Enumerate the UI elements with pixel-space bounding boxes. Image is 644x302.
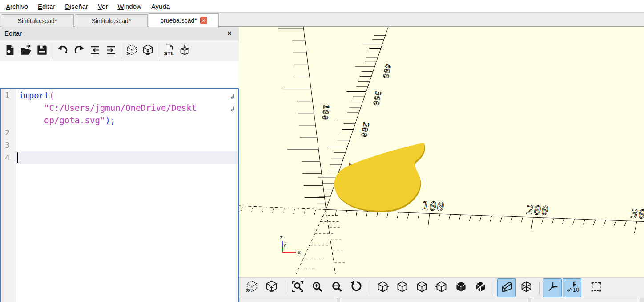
view-back-icon xyxy=(474,280,487,295)
menu-disear[interactable]: Diseñar xyxy=(60,1,93,12)
triad-y-label: y xyxy=(283,242,286,247)
tab-label: Sintitulo.scad* xyxy=(18,17,57,24)
x-axis-label: 100 xyxy=(420,199,446,214)
code-line: op/gota.svg"); xyxy=(16,114,238,127)
toolbar-separator xyxy=(52,43,52,59)
open-folder-icon xyxy=(20,44,32,58)
menu-archivo[interactable]: Archivo xyxy=(1,1,33,12)
undo-icon xyxy=(57,44,69,58)
render-cube-icon xyxy=(265,280,278,295)
y-axis-label: 100 xyxy=(320,104,331,122)
tab-label: Sintitulo.scad* xyxy=(92,17,131,24)
view-right-icon xyxy=(376,280,389,295)
open-file-button[interactable] xyxy=(18,42,34,59)
line-wrap-icon: ↲ xyxy=(229,103,235,115)
view-top-button[interactable] xyxy=(393,278,411,297)
preview-cube-icon: » xyxy=(246,280,258,295)
zoom-in-button[interactable] xyxy=(308,278,326,297)
editor-panel-close-button[interactable]: × xyxy=(225,29,234,38)
view-bottom-icon xyxy=(415,280,428,295)
render-cube-icon xyxy=(142,44,154,58)
menu-editar[interactable]: Editar xyxy=(33,1,60,12)
menu-ayuda[interactable]: Ayuda xyxy=(146,1,175,12)
tab-2-sintituloscad[interactable]: Sintitulo.scad* xyxy=(75,14,148,27)
redo-button[interactable] xyxy=(71,42,87,59)
preview-button[interactable]: » xyxy=(124,42,140,59)
toolbar-separator xyxy=(539,281,540,294)
view-front-icon xyxy=(455,280,467,295)
code-token-paren: ( xyxy=(49,90,54,100)
export-stl-icon: STL xyxy=(163,44,175,58)
indent-button[interactable] xyxy=(103,42,119,59)
code-line xyxy=(16,151,238,164)
menu-window[interactable]: Window xyxy=(113,1,146,12)
code-text-area[interactable]: import(↲"C:/Users/jgmun/OneDrive/Deskt↲o… xyxy=(16,89,238,302)
line-number xyxy=(1,102,16,114)
zoom-in-icon xyxy=(311,280,324,295)
zoom-all-button[interactable] xyxy=(288,278,307,297)
code-line xyxy=(16,127,238,139)
line-number-gutter: 1234 xyxy=(1,89,16,302)
view-left-button[interactable] xyxy=(432,278,451,297)
line-number: 3 xyxy=(1,139,16,151)
editor-panel-title: Editar xyxy=(4,29,22,37)
viewport-3d[interactable]: 100200300100100200300400zyx xyxy=(239,27,644,277)
redo-icon xyxy=(73,44,85,58)
indent-icon xyxy=(105,44,117,58)
export-stl-button[interactable]: STL xyxy=(161,42,177,59)
show-scale-icon: 10 xyxy=(566,280,579,295)
save-button[interactable] xyxy=(34,42,50,59)
code-line: "C:/Users/jgmun/OneDrive/Deskt↲ xyxy=(16,102,238,114)
line-number xyxy=(1,114,16,127)
tab-bar: Sintitulo.scad*Sintitulo.scad*prueba.sca… xyxy=(0,12,644,27)
line-number: 4 xyxy=(1,151,16,164)
orthogonal-icon xyxy=(520,280,533,295)
print-button[interactable] xyxy=(177,42,193,59)
show-edges-button[interactable] xyxy=(587,278,605,297)
orthogonal-button[interactable] xyxy=(517,278,535,297)
zoom-out-button[interactable] xyxy=(327,278,346,297)
editor-panel: Editar × »STL 1234import(↲"C:/Users/jgmu… xyxy=(0,27,239,302)
toolbar-separator xyxy=(370,281,370,294)
undo-button[interactable] xyxy=(55,42,71,59)
unindent-button[interactable] xyxy=(87,42,103,59)
bottom-panels xyxy=(239,298,644,302)
show-axes-button[interactable] xyxy=(543,278,562,297)
menu-bar: ArchivoEditarDiseñarVerWindowAyuda xyxy=(0,0,644,12)
tab-1-sintituloscad[interactable]: Sintitulo.scad* xyxy=(1,14,74,27)
svg-text:»: » xyxy=(246,286,250,293)
preview-cube-icon: » xyxy=(126,44,138,58)
zoom-all-icon xyxy=(291,280,304,295)
view-left-icon xyxy=(435,280,448,295)
view-back-button[interactable] xyxy=(471,278,490,297)
view-top-icon xyxy=(396,280,409,295)
tab-3-pruebascad[interactable]: prueba.scad*× xyxy=(149,13,219,27)
perspective-icon xyxy=(500,280,513,295)
menu-ver[interactable]: Ver xyxy=(93,1,113,12)
reset-view-button[interactable] xyxy=(347,278,366,297)
toolbar-separator xyxy=(494,281,494,294)
errorlog-panel-top xyxy=(531,298,640,302)
view-front-button[interactable] xyxy=(451,278,470,297)
render-button[interactable] xyxy=(262,278,281,297)
code-line: import(↲ xyxy=(16,89,238,102)
triad-x-label: x xyxy=(298,249,301,256)
code-editor[interactable]: 1234import(↲"C:/Users/jgmun/OneDrive/Des… xyxy=(0,88,239,302)
new-file-button[interactable] xyxy=(2,42,18,59)
code-token-punct: ); xyxy=(105,115,115,125)
line-number: 2 xyxy=(1,127,16,139)
view-bottom-button[interactable] xyxy=(412,278,431,297)
preview-button[interactable]: » xyxy=(242,278,261,297)
render-button[interactable] xyxy=(140,42,156,59)
code-token-string: op/gota.svg" xyxy=(44,115,105,125)
line-number: 1 xyxy=(1,89,16,102)
show-edges-icon xyxy=(590,280,603,295)
tab-close-icon[interactable]: × xyxy=(200,17,207,24)
show-scale-button[interactable]: 10 xyxy=(563,278,581,297)
view-toolbar: »10 xyxy=(239,277,644,298)
x-axis-label: 200 xyxy=(525,203,550,218)
perspective-button[interactable] xyxy=(497,278,516,297)
view-right-button[interactable] xyxy=(373,278,392,297)
print-3d-icon xyxy=(179,44,191,58)
x-axis-label: 300 xyxy=(629,207,644,221)
